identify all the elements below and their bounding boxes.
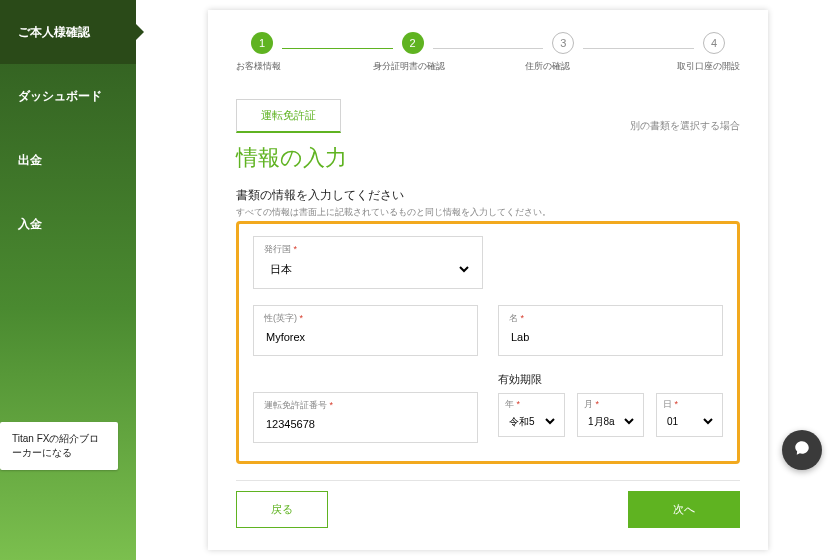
stepper: 1 2 3 4 bbox=[236, 32, 740, 54]
step-circle: 1 bbox=[251, 32, 273, 54]
expiry-month-select[interactable]: 1月8a bbox=[584, 413, 637, 430]
field-label: 名 * bbox=[509, 312, 712, 325]
main-area: 1 2 3 4 お客様情報 身分証明書の確認 住所の確認 取引口座の開設 運転免… bbox=[136, 0, 840, 560]
license-number-input[interactable] bbox=[264, 414, 467, 434]
step-circle: 2 bbox=[402, 32, 424, 54]
field-label: 性(英字) * bbox=[264, 312, 467, 325]
broker-promo-label: Titan FXの紹介ブローカーになる bbox=[12, 433, 99, 458]
next-button[interactable]: 次へ bbox=[628, 491, 740, 528]
step-circle: 4 bbox=[703, 32, 725, 54]
back-button[interactable]: 戻る bbox=[236, 491, 328, 528]
bottom-button-row: 戻る 次へ bbox=[236, 491, 740, 528]
field-license-number: 運転免許証番号 * bbox=[253, 392, 478, 443]
sidebar-item-label: ダッシュボード bbox=[18, 88, 102, 105]
field-expiry-year: 年 * 令和5 bbox=[498, 393, 565, 437]
sidebar-item-label: ご本人様確認 bbox=[18, 24, 90, 41]
field-last-name: 性(英字) * bbox=[253, 305, 478, 356]
step-label: 住所の確認 bbox=[492, 60, 602, 73]
form-highlight-block: 発行国 * 日本 性(英字) * bbox=[236, 221, 740, 464]
tab-drivers-license[interactable]: 運転免許証 bbox=[236, 99, 341, 133]
step-1: 1 bbox=[242, 32, 282, 54]
stepper-labels: お客様情報 身分証明書の確認 住所の確認 取引口座の開設 bbox=[236, 60, 740, 73]
section-title: 情報の入力 bbox=[236, 143, 740, 173]
sidebar-item-label: 入金 bbox=[18, 216, 42, 233]
country-select[interactable]: 日本 bbox=[264, 258, 472, 280]
field-label: 日 * bbox=[663, 398, 716, 411]
expiry-year-select[interactable]: 令和5 bbox=[505, 413, 558, 430]
field-expiry-day: 日 * 01 bbox=[656, 393, 723, 437]
step-3: 3 bbox=[543, 32, 583, 54]
tab-label: 運転免許証 bbox=[261, 109, 316, 121]
expiry-day-select[interactable]: 01 bbox=[663, 413, 716, 430]
sidebar: ご本人様確認 ダッシュボード 出金 入金 Titan FXの紹介ブローカーになる bbox=[0, 0, 136, 560]
divider bbox=[236, 480, 740, 481]
last-name-input[interactable] bbox=[264, 327, 467, 347]
step-4: 4 bbox=[694, 32, 734, 54]
field-label: 年 * bbox=[505, 398, 558, 411]
choose-other-doc-link[interactable]: 別の書類を選択する場合 bbox=[630, 119, 740, 133]
step-circle: 3 bbox=[552, 32, 574, 54]
step-label: 身分証明書の確認 bbox=[354, 60, 464, 73]
step-label: 取引口座の開設 bbox=[630, 60, 740, 73]
sidebar-item-withdraw[interactable]: 出金 bbox=[0, 128, 136, 192]
sidebar-item-label: 出金 bbox=[18, 152, 42, 169]
kyc-panel: 1 2 3 4 お客様情報 身分証明書の確認 住所の確認 取引口座の開設 運転免… bbox=[208, 10, 768, 550]
step-connector bbox=[433, 48, 544, 49]
field-expiry-month: 月 * 1月8a bbox=[577, 393, 644, 437]
sub-title: 書類の情報を入力してください bbox=[236, 187, 740, 204]
field-label: 運転免許証番号 * bbox=[264, 399, 467, 412]
step-connector bbox=[583, 48, 694, 49]
sidebar-item-dashboard[interactable]: ダッシュボード bbox=[0, 64, 136, 128]
chat-icon bbox=[793, 439, 811, 461]
step-connector bbox=[282, 48, 393, 49]
sidebar-item-identity[interactable]: ご本人様確認 bbox=[0, 0, 136, 64]
first-name-input[interactable] bbox=[509, 327, 712, 347]
field-label: 月 * bbox=[584, 398, 637, 411]
field-country: 発行国 * 日本 bbox=[253, 236, 483, 289]
sidebar-item-deposit[interactable]: 入金 bbox=[0, 192, 136, 256]
expiry-heading: 有効期限 bbox=[498, 372, 723, 387]
field-label: 発行国 * bbox=[264, 243, 472, 256]
field-first-name: 名 * bbox=[498, 305, 723, 356]
tab-row: 運転免許証 別の書類を選択する場合 bbox=[236, 99, 740, 133]
step-2: 2 bbox=[393, 32, 433, 54]
step-label: お客様情報 bbox=[236, 60, 326, 73]
sub-note: すべての情報は書面上に記載されているものと同じ情報を入力してください。 bbox=[236, 206, 740, 219]
chat-fab[interactable] bbox=[782, 430, 822, 470]
broker-promo-box[interactable]: Titan FXの紹介ブローカーになる bbox=[0, 422, 118, 470]
